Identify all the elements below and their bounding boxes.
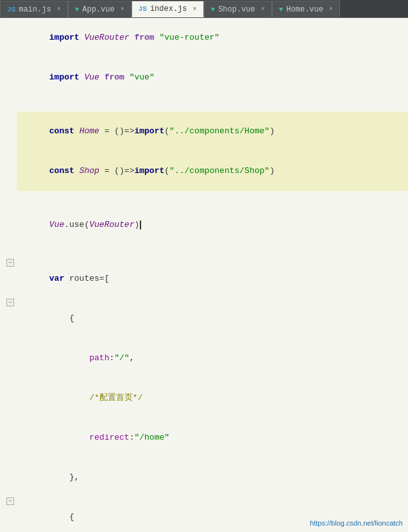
code-line-9: − var routes=[ <box>0 259 408 299</box>
code-line-14: }, <box>0 458 408 497</box>
tab-shop-vue-label: Shop.vue <box>218 5 255 14</box>
tab-index-js-label: index.js <box>150 4 187 13</box>
fold-button-10[interactable]: − <box>6 299 14 306</box>
gutter-10: − <box>0 299 17 306</box>
line-content-8 <box>17 245 408 259</box>
line-content-7: Vue.use(VueRouter) <box>17 205 408 245</box>
keyword-const: const <box>49 126 74 136</box>
code-line-7: Vue.use(VueRouter) <box>0 205 408 245</box>
code-line-11: path:"/", <box>0 338 408 378</box>
prop-path: path <box>89 353 109 363</box>
code-line-3 <box>0 97 408 112</box>
code-line-5: const Shop = ()=>import("../components/S… <box>0 151 408 191</box>
code-line-10: − { <box>0 299 408 338</box>
identifier-vuerouter: VueRouter <box>84 33 129 42</box>
code-line-8 <box>0 245 408 259</box>
identifier-vuerouter2: VueRouter <box>89 220 134 229</box>
string-home-path: "../components/Home" <box>169 126 269 136</box>
keyword-from: from <box>134 33 154 42</box>
line-content-12: /*配置首页*/ <box>17 378 408 418</box>
code-line-6 <box>0 191 408 205</box>
close-icon[interactable]: × <box>57 6 61 13</box>
keyword-import: import <box>49 72 80 82</box>
tab-bar: JS main.js × ▼ App.vue × JS index.js × ▼… <box>0 0 408 18</box>
vue-icon: ▼ <box>211 6 216 13</box>
identifier-home: Home <box>80 126 99 136</box>
code-line-13: redirect:"/home" <box>0 418 408 458</box>
gutter-9: − <box>0 259 17 267</box>
line-content-9: var routes=[ <box>17 259 408 299</box>
gutter-15: − <box>0 497 17 505</box>
close-icon[interactable]: × <box>121 6 124 13</box>
text-cursor <box>140 220 141 229</box>
string-vue-router: "vue-router" <box>160 33 220 42</box>
tab-home-vue[interactable]: ▼ Home.vue × <box>272 1 340 17</box>
line-content-3 <box>17 97 408 112</box>
tab-home-vue-label: Home.vue <box>286 5 323 14</box>
code-editor: import VueRouter from "vue-router" impor… <box>0 18 408 532</box>
line-content-2: import Vue from "vue" <box>17 58 408 97</box>
prop-redirect: redirect <box>89 433 129 442</box>
line-content-13: redirect:"/home" <box>17 418 408 458</box>
line-content-6 <box>17 191 408 205</box>
tab-app-vue[interactable]: ▼ App.vue × <box>68 1 132 17</box>
tab-index-js[interactable]: JS index.js × <box>132 1 204 17</box>
tab-shop-vue[interactable]: ▼ Shop.vue × <box>204 1 272 17</box>
tab-app-vue-label: App.vue <box>82 5 114 14</box>
js-icon: JS <box>139 5 147 13</box>
code-line-12: /*配置首页*/ <box>0 378 408 418</box>
line-content-5: const Shop = ()=>import("../components/S… <box>17 151 408 191</box>
keyword-var: var <box>49 274 64 283</box>
vue-icon: ▼ <box>279 6 284 13</box>
string-redirect-home: "/home" <box>134 433 169 442</box>
keyword-import: import <box>49 33 80 42</box>
tab-main-js-label: main.js <box>19 5 51 14</box>
code-line-1: import VueRouter from "vue-router" <box>0 18 408 58</box>
keyword-import2: import <box>134 126 164 136</box>
line-content-11: path:"/", <box>17 338 408 378</box>
fold-button-9[interactable]: − <box>6 259 14 267</box>
comment-homepage: /*配置首页*/ <box>89 393 142 403</box>
string-vue: "vue" <box>130 72 155 82</box>
close-icon[interactable]: × <box>329 6 333 13</box>
code-line-4: const Home = ()=>import("../components/H… <box>0 112 408 151</box>
close-icon[interactable]: × <box>193 6 197 13</box>
string-shop-path: "../components/Shop" <box>169 166 269 176</box>
fold-button-15[interactable]: − <box>6 497 14 505</box>
js-icon: JS <box>7 6 15 13</box>
string-path-root: "/" <box>114 353 129 363</box>
keyword-const: const <box>49 166 74 176</box>
line-content-1: import VueRouter from "vue-router" <box>17 18 408 58</box>
identifier-shop: Shop <box>80 166 99 176</box>
line-content-10: { <box>17 299 408 338</box>
code-line-2: import Vue from "vue" <box>0 58 408 97</box>
identifier-vue2: Vue <box>49 220 64 229</box>
line-content-14: }, <box>17 458 408 497</box>
watermark: https://blog.csdn.net/lioncatch <box>310 519 403 527</box>
vue-icon: ▼ <box>75 6 80 13</box>
close-icon[interactable]: × <box>261 6 265 13</box>
line-content-4: const Home = ()=>import("../components/H… <box>17 112 408 151</box>
identifier-vue: Vue <box>84 72 99 82</box>
tab-main-js[interactable]: JS main.js × <box>0 1 68 17</box>
keyword-from: from <box>105 72 124 82</box>
keyword-import3: import <box>134 166 164 176</box>
